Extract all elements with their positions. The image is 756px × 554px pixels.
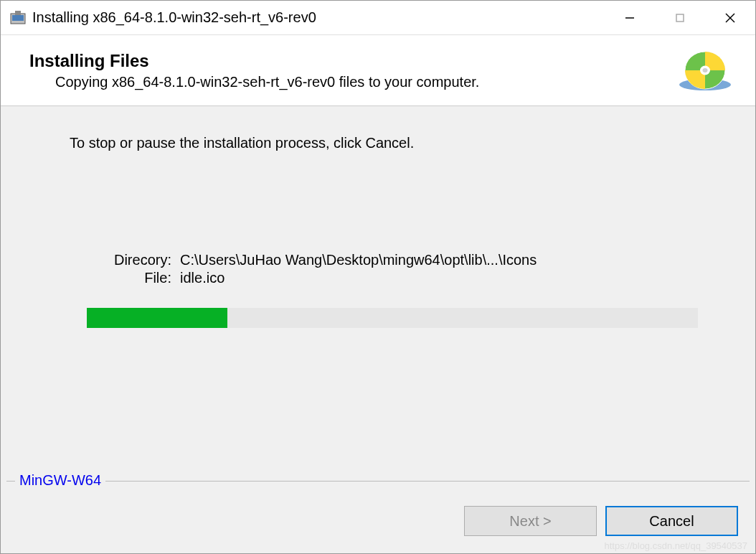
- installer-app-icon: [9, 9, 27, 27]
- maximize-button: [655, 1, 705, 34]
- close-button[interactable]: [705, 1, 755, 34]
- next-button: Next >: [464, 506, 597, 536]
- file-label: File:: [101, 270, 180, 286]
- progress-fill: [87, 308, 227, 328]
- svg-rect-2: [15, 11, 21, 15]
- branding-link[interactable]: MinGW-W64: [15, 472, 105, 489]
- svg-point-11: [703, 68, 708, 72]
- divider: [6, 481, 750, 482]
- window-controls: [605, 1, 755, 34]
- directory-label: Direcory:: [101, 252, 180, 268]
- minimize-button[interactable]: [605, 1, 655, 34]
- main-content: To stop or pause the installation proces…: [1, 106, 755, 489]
- file-value: idle.ico: [180, 270, 712, 286]
- header-subtitle: Copying x86_64-8.1.0-win32-seh-rt_v6-rev…: [29, 74, 676, 90]
- svg-rect-1: [12, 15, 24, 21]
- watermark: https://blog.csdn.net/qq_39540537: [605, 540, 748, 551]
- window-title: Installing x86_64-8.1.0-win32-seh-rt_v6-…: [32, 9, 605, 26]
- wizard-header: Installing Files Copying x86_64-8.1.0-wi…: [1, 35, 755, 106]
- progress-bar: [87, 308, 698, 328]
- svg-rect-4: [676, 14, 684, 22]
- directory-value: C:\Users\JuHao Wang\Desktop\mingw64\opt\…: [180, 252, 712, 268]
- instruction-text: To stop or pause the installation proces…: [70, 135, 712, 151]
- cancel-button[interactable]: Cancel: [605, 506, 738, 536]
- progress-info: Direcory: C:\Users\JuHao Wang\Desktop\mi…: [101, 252, 712, 286]
- disc-icon: [676, 48, 734, 93]
- titlebar: Installing x86_64-8.1.0-win32-seh-rt_v6-…: [1, 1, 755, 35]
- header-title: Installing Files: [29, 51, 676, 71]
